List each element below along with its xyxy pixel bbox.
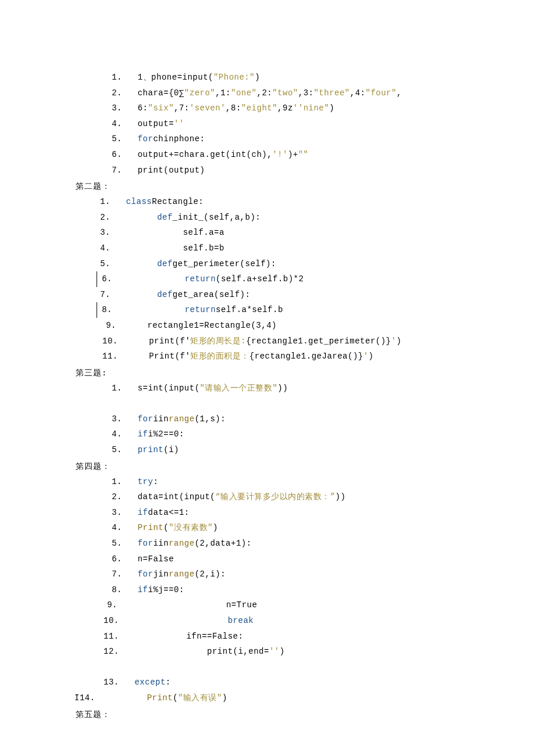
code-token: return bbox=[185, 305, 216, 314]
code-line: 8. ifi%j==0: bbox=[108, 582, 459, 598]
code-token: "没有素数" bbox=[169, 523, 213, 532]
code-token: "six" bbox=[148, 103, 174, 113]
code-token: self.b=b bbox=[126, 243, 224, 253]
code-token: n=True bbox=[133, 600, 258, 610]
line-number: 5. bbox=[108, 442, 122, 458]
code-line: I14. Print("输入有误") bbox=[74, 690, 459, 706]
code-line: 4. output='' bbox=[108, 116, 459, 132]
code-token: break bbox=[228, 616, 254, 625]
code-line: 4. Print("没有素数") bbox=[108, 520, 459, 536]
code-line: 3. foriinrange(1,s): bbox=[108, 411, 459, 427]
code-token: self.a*self.b bbox=[216, 305, 283, 314]
code-token: ,7: bbox=[174, 103, 190, 113]
code-line: 3. ifdata<=1: bbox=[108, 505, 459, 521]
line-number: 4. bbox=[108, 427, 122, 442]
code-token: def bbox=[157, 290, 173, 299]
code-token: {rectangle1.geJarea()} bbox=[249, 352, 363, 361]
code-token: ,3: bbox=[298, 88, 314, 98]
line-number: 6. bbox=[108, 551, 122, 567]
code-line: 5. defget_perimeter(self): bbox=[97, 256, 459, 272]
code-line: 11. Print(f'矩形的面积是：{rectangle1.geJarea()… bbox=[102, 349, 459, 364]
line-number: I14. bbox=[74, 693, 95, 703]
code-token bbox=[134, 616, 227, 625]
line-number: 3. bbox=[97, 225, 110, 241]
code-line: 6. n=False bbox=[108, 551, 459, 567]
code-token: ( bbox=[163, 523, 169, 532]
code-token: (i) bbox=[163, 445, 179, 454]
code-token: 1、phone=input( bbox=[138, 73, 213, 82]
code-line: 12. print(i,end='') bbox=[104, 644, 459, 660]
code-token: class bbox=[126, 197, 152, 206]
line-number: 2. bbox=[97, 210, 110, 225]
line-number: 2. bbox=[108, 489, 122, 505]
code-line: 5. foriinrange(2,data+1): bbox=[108, 536, 459, 551]
code-token: get_area(self): bbox=[173, 290, 251, 299]
code-token bbox=[126, 290, 157, 299]
line-number: 4. bbox=[108, 116, 122, 132]
line-number: 1. bbox=[97, 194, 110, 210]
line-number: 4. bbox=[97, 241, 110, 256]
line-number: 7. bbox=[108, 567, 122, 582]
code-token: , bbox=[397, 88, 402, 98]
code-token: for bbox=[138, 414, 154, 424]
code-token: try bbox=[138, 477, 154, 486]
code-token bbox=[126, 259, 157, 268]
code-line: 3. 6:"six",7:'seven',8:"eight",9z''nine"… bbox=[108, 101, 459, 116]
code-token bbox=[110, 693, 147, 703]
code-token: '' bbox=[269, 647, 280, 656]
code-token: 矩形的周长是: bbox=[190, 336, 246, 346]
code-token: 'seven' bbox=[190, 103, 226, 113]
code-line: 1. try: bbox=[108, 474, 459, 490]
code-token: “输入要计算多少以内的素数：” bbox=[215, 492, 335, 501]
code-token: (1,s): bbox=[195, 414, 226, 424]
code-token: output= bbox=[138, 119, 174, 128]
line-number: 13. bbox=[104, 675, 119, 690]
code-token: Print bbox=[138, 523, 164, 532]
code-token: self.a=a bbox=[126, 228, 224, 237]
code-line: 1. classRectangle: bbox=[97, 194, 459, 210]
section-heading: 第五题： bbox=[76, 706, 459, 722]
line-number: 9. bbox=[104, 597, 117, 613]
code-line: 13. except: bbox=[104, 675, 459, 690]
code-token: "two" bbox=[272, 88, 298, 98]
code-line: 1. s=int(input("请输入一个正整数")) bbox=[108, 381, 459, 396]
code-token: ) bbox=[213, 523, 218, 532]
code-line: 6. output+=chara.get(int(ch),'!')+"" bbox=[108, 147, 459, 163]
code-token: "zero" bbox=[184, 88, 215, 98]
line-number: 5. bbox=[97, 256, 110, 272]
line-number: 6. bbox=[108, 147, 122, 163]
code-token: {rectangle1.get_perimeter()} bbox=[246, 336, 391, 346]
code-token: "Phone:" bbox=[213, 73, 255, 82]
code-token: "four" bbox=[365, 88, 396, 98]
code-token: range bbox=[169, 414, 195, 424]
code-token: ) bbox=[329, 103, 334, 113]
line-number: 2. bbox=[108, 85, 122, 101]
line-number: 12. bbox=[104, 644, 119, 660]
code-token: for bbox=[138, 569, 154, 579]
code-line: 11. ifn==False: bbox=[104, 629, 459, 644]
code-token: "请输入一个正整数" bbox=[200, 384, 278, 393]
code-token: '' bbox=[174, 119, 184, 128]
code-line: 1. 1、phone=input("Phone:") bbox=[108, 70, 459, 85]
code-token: iin bbox=[153, 414, 169, 424]
code-token: ) bbox=[396, 336, 401, 346]
code-line: 3. self.a=a bbox=[97, 225, 459, 241]
line-number: 3. bbox=[108, 101, 122, 116]
code-token: s=int(input( bbox=[138, 384, 200, 393]
code-token: def bbox=[157, 259, 173, 268]
line-number: 4. bbox=[108, 520, 122, 536]
code-token: ) bbox=[222, 693, 227, 703]
code-token: 矩形的面积是： bbox=[190, 352, 249, 361]
document-page: 1. 1、phone=input("Phone:")2. chara={0∑"z… bbox=[0, 0, 535, 756]
line-number: 10. bbox=[102, 334, 118, 349]
code-line: 10. break bbox=[104, 613, 459, 629]
code-token: data<=1: bbox=[148, 508, 190, 517]
line-number: 5. bbox=[108, 536, 122, 551]
code-token: range bbox=[169, 569, 195, 579]
code-token: n=False bbox=[138, 554, 174, 564]
code-line: 5. print(i) bbox=[108, 442, 459, 458]
code-token: "输入有误" bbox=[178, 693, 222, 703]
line-number: 7. bbox=[108, 163, 122, 178]
code-token: jin bbox=[153, 569, 169, 579]
code-token: chara={0∑ bbox=[138, 88, 184, 98]
